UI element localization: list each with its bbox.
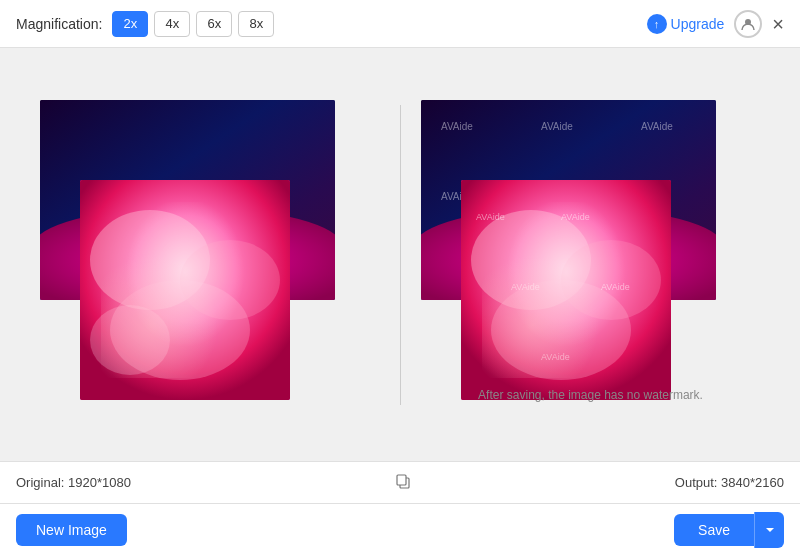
svg-text:AVAide: AVAide: [561, 212, 590, 222]
output-dimensions: Output: 3840*2160: [675, 475, 784, 490]
output-fg-layer: AVAide AVAide AVAide AVAide AVAide: [461, 180, 671, 400]
magnification-label: Magnification:: [16, 16, 102, 32]
svg-point-28: [491, 280, 631, 380]
svg-text:AVAide: AVAide: [541, 121, 573, 132]
svg-text:AVAide: AVAide: [441, 121, 473, 132]
svg-point-8: [90, 210, 210, 310]
upgrade-label: Upgrade: [671, 16, 725, 32]
save-group: Save: [674, 512, 784, 548]
svg-point-11: [90, 305, 170, 375]
header-right: ↑ Upgrade ×: [647, 10, 784, 38]
svg-text:AVAide: AVAide: [641, 121, 673, 132]
svg-text:AVAide: AVAide: [511, 282, 540, 292]
mag-btn-8x[interactable]: 8x: [238, 11, 274, 37]
status-bar: Original: 1920*1080 Output: 3840*2160: [0, 461, 800, 503]
user-avatar-icon[interactable]: [734, 10, 762, 38]
svg-point-26: [471, 210, 591, 310]
svg-text:AVAide: AVAide: [541, 352, 570, 362]
new-image-button[interactable]: New Image: [16, 514, 127, 546]
main-content: AVAide AVAide AVAide AVAide AVAide AVAid…: [0, 48, 800, 461]
close-button[interactable]: ×: [772, 14, 784, 34]
svg-point-27: [561, 240, 661, 320]
original-image-panel: [40, 100, 380, 410]
upgrade-button[interactable]: ↑ Upgrade: [647, 14, 725, 34]
output-image-panel: AVAide AVAide AVAide AVAide AVAide AVAid…: [421, 100, 761, 410]
upgrade-icon: ↑: [647, 14, 667, 34]
header: Magnification: 2x 4x 6x 8x ↑ Upgrade ×: [0, 0, 800, 48]
magnification-buttons: 2x 4x 6x 8x: [112, 11, 274, 37]
svg-text:AVAide: AVAide: [601, 282, 630, 292]
panel-divider: [400, 105, 401, 405]
mag-btn-6x[interactable]: 6x: [196, 11, 232, 37]
mag-btn-4x[interactable]: 4x: [154, 11, 190, 37]
svg-point-9: [180, 240, 280, 320]
copy-icon[interactable]: [395, 473, 411, 493]
fg-image-original: [80, 180, 290, 400]
svg-rect-35: [397, 475, 406, 485]
svg-point-10: [110, 280, 250, 380]
svg-rect-25: [461, 180, 671, 400]
save-dropdown-button[interactable]: [754, 512, 784, 548]
save-button[interactable]: Save: [674, 514, 754, 546]
original-fg-layer: [80, 180, 290, 400]
svg-text:AVAide: AVAide: [476, 212, 505, 222]
after-saving-notice: After saving, the image has no watermark…: [421, 388, 761, 402]
original-dimensions: Original: 1920*1080: [16, 475, 131, 490]
fg-image-output: AVAide AVAide AVAide AVAide AVAide: [461, 180, 671, 400]
svg-rect-7: [80, 180, 290, 400]
action-bar: New Image Save: [0, 503, 800, 555]
mag-btn-2x[interactable]: 2x: [112, 11, 148, 37]
